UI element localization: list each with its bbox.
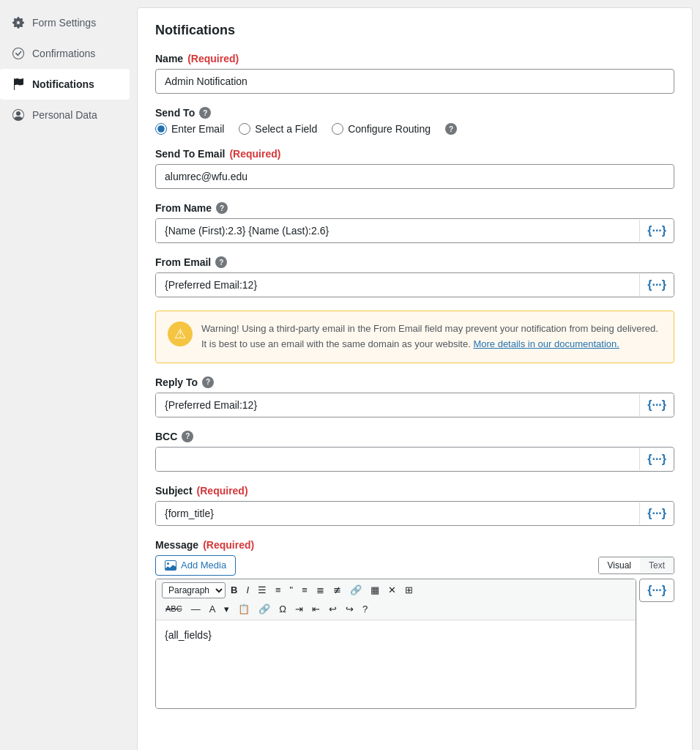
blockquote-btn[interactable]: " xyxy=(286,582,297,598)
outdent-btn[interactable]: ⇤ xyxy=(308,601,324,617)
subject-input[interactable] xyxy=(156,502,639,525)
name-label: Name (Required) xyxy=(155,53,674,64)
radio-enter-email[interactable]: Enter Email xyxy=(155,123,224,135)
from-name-help-icon[interactable]: ? xyxy=(216,202,228,214)
editor-toolbar-top: Add Media Visual Text xyxy=(155,555,674,576)
undo-btn[interactable]: ↩ xyxy=(325,601,340,617)
visual-text-tabs: Visual Text xyxy=(598,557,674,574)
from-name-input[interactable] xyxy=(156,219,639,242)
warning-link[interactable]: More details in our documentation. xyxy=(473,338,619,349)
content-panel: Notifications Name (Required) Send To ? … xyxy=(137,7,693,750)
bcc-merge-btn[interactable]: {···} xyxy=(639,448,674,470)
editor-container: Paragraph B I ☰ ≡ " ≡ ≣ ≢ 🔗 ▦ xyxy=(155,579,636,709)
omega-btn[interactable]: Ω xyxy=(275,601,290,617)
radio-configure-routing-input[interactable] xyxy=(332,123,343,135)
person-icon xyxy=(12,108,25,122)
sidebar-item-label: Personal Data xyxy=(32,109,97,121)
from-name-label: From Name ? xyxy=(155,202,674,214)
link-btn[interactable]: 🔗 xyxy=(346,582,365,598)
name-input[interactable] xyxy=(155,69,674,94)
paragraph-select[interactable]: Paragraph xyxy=(162,582,226,598)
bcc-input-group: {···} xyxy=(155,447,674,472)
from-email-merge-btn[interactable]: {···} xyxy=(639,274,674,296)
send-to-email-required: (Required) xyxy=(229,148,280,160)
editor-toolbar: Paragraph B I ☰ ≡ " ≡ ≣ ≢ 🔗 ▦ xyxy=(156,579,636,620)
flag-icon xyxy=(12,78,25,91)
subject-required: (Required) xyxy=(197,485,248,497)
gear-icon xyxy=(12,16,25,29)
from-name-group: From Name ? {···} xyxy=(155,202,674,243)
radio-enter-email-input[interactable] xyxy=(155,123,167,135)
subject-group: Subject (Required) {···} xyxy=(155,485,674,526)
align-right-btn[interactable]: ≢ xyxy=(329,582,345,598)
send-to-email-input[interactable] xyxy=(155,164,674,189)
clear-btn[interactable]: 🔗 xyxy=(255,601,274,617)
message-group: Message (Required) Add Media Visual Text xyxy=(155,539,674,709)
send-to-label: Send To ? xyxy=(155,107,674,119)
message-merge-btn[interactable]: {···} xyxy=(639,579,674,602)
sidebar-item-form-settings[interactable]: Form Settings xyxy=(0,7,130,38)
send-to-help-icon[interactable]: ? xyxy=(199,107,211,119)
warning-box: ⚠ Warning! Using a third-party email in … xyxy=(155,311,674,363)
reply-to-input[interactable] xyxy=(156,393,639,417)
send-to-email-label: Send To Email (Required) xyxy=(155,148,674,160)
reply-to-input-group: {···} xyxy=(155,393,674,417)
align-left-btn[interactable]: ≡ xyxy=(298,582,311,598)
insert-table-btn[interactable]: ▦ xyxy=(367,582,383,598)
ordered-list-btn[interactable]: ≡ xyxy=(272,582,285,598)
reply-to-help-icon[interactable]: ? xyxy=(202,376,214,388)
more-btn[interactable]: ✕ xyxy=(384,582,400,598)
reply-to-merge-btn[interactable]: {···} xyxy=(639,394,674,416)
indent-btn[interactable]: ⇥ xyxy=(291,601,307,617)
unordered-list-btn[interactable]: ☰ xyxy=(254,582,270,598)
check-circle-icon xyxy=(12,47,25,60)
sidebar-item-personal-data[interactable]: Personal Data xyxy=(0,100,130,130)
radio-select-field-input[interactable] xyxy=(239,123,250,135)
hr-btn[interactable]: — xyxy=(187,601,204,617)
from-email-input[interactable] xyxy=(156,273,639,297)
sidebar: Form Settings Confirmations Notification… xyxy=(0,0,130,750)
redo-btn[interactable]: ↪ xyxy=(342,601,357,617)
sidebar-item-label: Confirmations xyxy=(32,48,95,59)
reply-to-label: Reply To ? xyxy=(155,376,674,388)
reply-to-group: Reply To ? {···} xyxy=(155,376,674,417)
configure-routing-help-icon[interactable]: ? xyxy=(445,123,457,135)
subject-merge-btn[interactable]: {···} xyxy=(639,502,674,524)
bcc-input[interactable] xyxy=(156,448,639,471)
editor-body[interactable]: {all_fields} xyxy=(156,620,636,708)
sidebar-item-label: Notifications xyxy=(32,78,94,90)
editor-wrap: Paragraph B I ☰ ≡ " ≡ ≣ ≢ 🔗 ▦ xyxy=(155,579,674,709)
from-name-merge-btn[interactable]: {···} xyxy=(639,220,674,242)
warning-text: Warning! Using a third-party email in th… xyxy=(201,322,662,352)
bcc-help-icon[interactable]: ? xyxy=(182,431,193,442)
radio-select-field[interactable]: Select a Field xyxy=(239,123,317,135)
help-btn[interactable]: ? xyxy=(359,601,371,617)
align-center-btn[interactable]: ≣ xyxy=(313,582,328,598)
add-media-button[interactable]: Add Media xyxy=(155,555,236,576)
toolbar-row-1: Paragraph B I ☰ ≡ " ≡ ≣ ≢ 🔗 ▦ xyxy=(162,582,630,598)
from-email-input-group: {···} xyxy=(155,272,674,297)
from-email-group: From Email ? {···} xyxy=(155,256,674,297)
radio-configure-routing[interactable]: Configure Routing xyxy=(332,123,431,135)
from-email-help-icon[interactable]: ? xyxy=(215,256,227,268)
text-color-dropdown[interactable]: ▾ xyxy=(220,601,233,617)
paste-btn[interactable]: 📋 xyxy=(234,601,253,617)
text-color-btn[interactable]: A xyxy=(206,601,220,617)
from-email-label: From Email ? xyxy=(155,256,674,268)
from-name-input-group: {···} xyxy=(155,218,674,243)
bcc-group: BCC ? {···} xyxy=(155,431,674,472)
italic-btn[interactable]: I xyxy=(242,582,253,598)
visual-tab[interactable]: Visual xyxy=(599,557,640,573)
bold-btn[interactable]: B xyxy=(227,582,241,598)
toolbar-row-2: ABC — A ▾ 📋 🔗 Ω ⇥ ⇤ ↩ ↪ ? xyxy=(162,601,630,617)
sidebar-item-notifications[interactable]: Notifications xyxy=(0,69,130,100)
message-required: (Required) xyxy=(203,539,254,551)
fullscreen-btn[interactable]: ⊞ xyxy=(401,582,417,598)
strikethrough-btn[interactable]: ABC xyxy=(162,602,186,615)
page-title: Notifications xyxy=(155,23,674,38)
text-tab[interactable]: Text xyxy=(640,557,674,573)
sidebar-item-label: Form Settings xyxy=(32,17,96,29)
sidebar-item-confirmations[interactable]: Confirmations xyxy=(0,38,130,69)
name-field-group: Name (Required) xyxy=(155,53,674,94)
main-content: Notifications Name (Required) Send To ? … xyxy=(130,0,700,750)
